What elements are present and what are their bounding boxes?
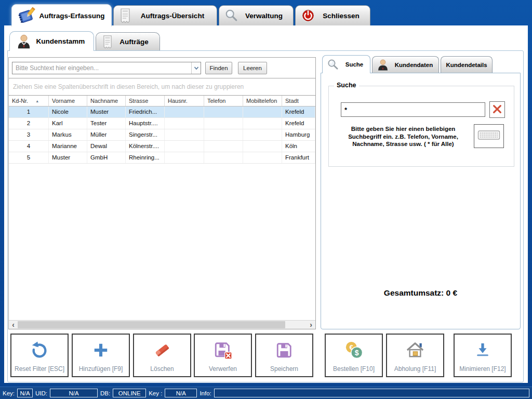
column-label: Telefon <box>207 98 225 104</box>
cell-vorname: Muster <box>49 152 87 163</box>
keyboard-icon <box>477 128 500 144</box>
column-header-vorname[interactable]: Vorname <box>49 96 87 106</box>
cell-strasse: Singerstr... <box>126 129 165 140</box>
clear-button[interactable]: Leeren <box>238 62 267 74</box>
search-detail-panel: Suche Bitte geben Sie hier einen beliebi… <box>321 73 521 329</box>
cell-hausnr <box>165 129 204 140</box>
grid-search-row: Finden Leeren <box>9 58 315 78</box>
tab-kundenstamm[interactable]: Kundenstamm <box>9 31 94 51</box>
status-key2-value: N/A <box>165 389 197 397</box>
column-label: Vorname <box>52 98 75 104</box>
column-label: Strasse <box>129 98 148 104</box>
search-combobox[interactable] <box>12 62 201 74</box>
chevron-down-icon[interactable] <box>191 62 201 74</box>
app-window: Auftrags-Erfassung Auftrags-Übersicht Ve… <box>0 0 532 399</box>
cell-telefon <box>204 118 243 129</box>
pickup-button[interactable]: Abholung [F11] <box>386 334 444 377</box>
column-header-hausnr[interactable]: Hausnr. <box>165 96 204 106</box>
cell-stadt: Frankfurt <box>282 152 315 163</box>
status-key2-label: Key : <box>149 390 162 396</box>
table-row[interactable]: 4 Marianne Dewal Kölnerstr.... Köln <box>9 141 315 152</box>
column-label: Hausnr. <box>168 98 188 104</box>
cell-kdnr: 3 <box>9 129 49 140</box>
cell-vorname: Markus <box>49 129 87 140</box>
minimize-button[interactable]: Minimieren [F12] <box>454 334 512 377</box>
find-button[interactable]: Finden <box>205 62 232 74</box>
status-key1-label: Key: <box>3 390 15 396</box>
button-label: Hinzufügen [F9] <box>79 365 123 373</box>
cell-hausnr <box>165 118 204 129</box>
horizontal-scrollbar[interactable]: ‹ › <box>9 320 315 329</box>
save-button[interactable]: Speichern <box>255 334 313 377</box>
tab-auftrags-erfassung[interactable]: Auftrags-Erfassung <box>11 4 112 26</box>
add-button[interactable]: Hinzufügen [F9] <box>72 334 130 377</box>
tab-label: Auftrags-Erfassung <box>36 12 111 20</box>
table-row[interactable]: 3 Markus Müller Singerstr... Hamburg <box>9 129 315 141</box>
scroll-left-icon[interactable]: ‹ <box>9 321 18 329</box>
pickup-house-icon <box>405 335 425 365</box>
tab-label: Kundendetails <box>441 62 492 68</box>
cell-strasse: Hauptstr.... <box>126 118 165 129</box>
search-input[interactable] <box>12 62 191 74</box>
cell-mobiltelefon <box>243 129 282 140</box>
column-header-telefon[interactable]: Telefon <box>204 96 243 106</box>
table-row[interactable]: 2 Karl Tester Hauptstr.... Krefeld <box>9 118 315 129</box>
cell-kdnr: 4 <box>9 141 49 152</box>
cell-mobiltelefon <box>243 118 282 129</box>
status-uid-value: N/A <box>50 389 98 397</box>
discard-icon <box>214 335 232 365</box>
column-label: Mobiltelefon <box>246 98 277 104</box>
delete-button[interactable]: Löschen <box>133 334 191 377</box>
save-icon <box>275 335 293 365</box>
power-icon <box>301 8 315 23</box>
clear-search-button[interactable] <box>489 101 505 118</box>
cell-telefon <box>204 107 243 117</box>
tab-kundendetails[interactable]: Kundendetails <box>441 56 493 73</box>
svg-text:$: $ <box>355 348 359 356</box>
status-uid-label: UID: <box>35 390 47 396</box>
button-label: Speichern <box>270 365 298 373</box>
cell-vorname: Marianne <box>49 141 87 152</box>
tab-schliessen[interactable]: Schliessen <box>295 5 370 25</box>
cell-hausnr <box>165 152 204 163</box>
tab-auftraege[interactable]: Aufträge <box>96 32 160 50</box>
virtual-keyboard-button[interactable] <box>474 124 504 148</box>
cell-nachname: GmbH <box>87 152 126 163</box>
tab-auftrags-uebersicht[interactable]: Auftrags-Übersicht <box>113 5 217 25</box>
column-header-kdnr[interactable]: Kd-Nr. ▲ <box>9 96 49 106</box>
table-row[interactable]: 1 Nicole Muster Friedrich... Krefeld <box>9 107 315 118</box>
column-label: Stadt <box>285 98 299 104</box>
column-header-stadt[interactable]: Stadt <box>282 96 315 106</box>
button-label: Bestellen [F10] <box>333 365 375 373</box>
button-label: Abholung [F11] <box>394 365 436 373</box>
cell-kdnr: 1 <box>9 107 49 117</box>
search-hint-text: Bitte geben Sie hier einen beliebigen Su… <box>334 125 473 148</box>
tab-suche[interactable]: Suche <box>322 55 370 73</box>
discard-button[interactable]: Verwerfen <box>194 334 252 377</box>
cell-kdnr: 2 <box>9 118 49 129</box>
customer-grid-body: 1 Nicole Muster Friedrich... Krefeld 2 K… <box>9 107 315 164</box>
scroll-right-icon[interactable]: › <box>307 321 315 329</box>
reset-filter-button[interactable]: Reset Filter [ESC] <box>10 334 69 377</box>
cell-nachname: Müller <box>87 129 126 140</box>
hint-line: Suchbegriff ein. z.B. Telefon, Vorname, <box>334 133 473 141</box>
tab-verwaltung[interactable]: Verwaltung <box>219 5 294 25</box>
cell-telefon <box>204 141 243 152</box>
order-button[interactable]: € $ Bestellen [F10] <box>325 334 383 377</box>
groupbox-title: Suche <box>334 82 359 89</box>
cell-nachname: Dewal <box>87 141 126 152</box>
column-header-strasse[interactable]: Strasse <box>126 96 165 106</box>
tab-kundendaten[interactable]: Kundendaten <box>372 56 439 73</box>
status-bar: Key: N/A UID: N/A DB: ONLINE Key : N/A I… <box>0 387 532 399</box>
detail-search-input[interactable] <box>341 102 485 117</box>
button-label: Reset Filter [ESC] <box>15 365 64 373</box>
button-label: Löschen <box>150 365 174 373</box>
tab-label: Aufträge <box>113 38 159 46</box>
table-row[interactable]: 5 Muster GmbH Rheinring... Frankfurt <box>9 152 315 164</box>
scrollbar-thumb[interactable] <box>18 321 285 328</box>
cell-vorname: Nicole <box>49 107 87 117</box>
status-info-value <box>214 389 529 397</box>
column-header-mobiltelefon[interactable]: Mobiltelefon <box>243 96 282 106</box>
tab-label: Kundenstamm <box>32 37 94 45</box>
column-header-nachname[interactable]: Nachname <box>87 96 126 106</box>
